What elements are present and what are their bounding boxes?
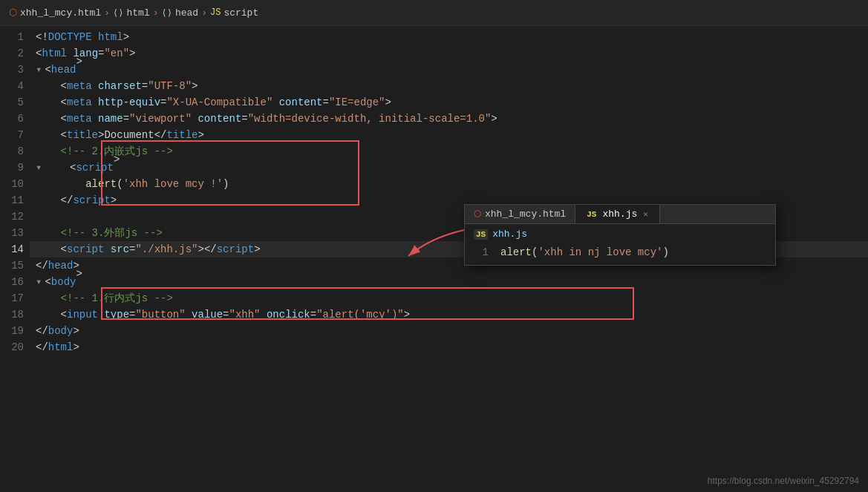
breadcrumb: ⬡ xhh_l_mcy.html › ⟨⟩ html › ⟨⟩ head › J… (0, 0, 868, 26)
breadcrumb-script-tag[interactable]: script (223, 7, 258, 19)
ln-18: 18 (0, 306, 24, 323)
ln-15: 15 (0, 258, 24, 274)
ln-8: 8 (0, 143, 24, 160)
breadcrumb-tag-icon2: ⟨⟩ (162, 7, 172, 19)
popup-file-label: JS xhh.js (465, 227, 775, 243)
popup-tab-js-icon: JS (584, 209, 598, 220)
code-line-19: </body> (30, 323, 868, 339)
ln-11: 11 (0, 192, 24, 209)
ln-16: 16 (0, 274, 24, 290)
breadcrumb-file[interactable]: xhh_l_mcy.html (20, 7, 101, 19)
code-line-17: <!-- 1.行内式js --> (30, 290, 868, 306)
watermark: https://blog.csdn.net/weixin_45292794 (708, 476, 859, 486)
collapse-3[interactable]: ▾ (36, 62, 42, 78)
ln-2: 2 (0, 45, 24, 62)
popup-body: JS xhh.js 1 alert('xhh in nj love mcy') (465, 224, 775, 265)
breadcrumb-tag-icon1: ⟨⟩ (113, 7, 123, 19)
code-line-6: <meta name="viewport" content="width=dev… (30, 111, 868, 127)
breadcrumb-sep1: › (104, 7, 110, 19)
collapse-9[interactable]: ▾ (36, 160, 42, 176)
popup-tab-html-label: xhh_l_mcy.html (485, 209, 566, 220)
ln-14: 14 (0, 241, 24, 258)
ln-10: 10 (0, 176, 24, 192)
ln-20: 20 (0, 339, 24, 355)
ln-4: 4 (0, 78, 24, 94)
code-line-7: <title>Document</title> (30, 127, 868, 143)
ln-3: 3 (0, 62, 24, 78)
popup-tabs: ⬡ xhh_l_mcy.html JS xhh.js ✕ (465, 205, 775, 224)
ln-5: 5 (0, 94, 24, 111)
ln-1: 1 (0, 29, 24, 45)
code-line-5: <meta http-equiv="X-UA-Compatible" conte… (30, 94, 868, 111)
popup-code-line-1: 1 alert('xhh in nj love mcy') (465, 243, 775, 262)
line-numbers: 1 2 3 4 5 6 7 8 9 10 11 12 13 14 15 16 1… (0, 26, 30, 492)
code-line-4: <meta charset="UTF-8"> (30, 78, 868, 94)
breadcrumb-html-tag[interactable]: html (126, 7, 149, 19)
ln-13: 13 (0, 225, 24, 241)
popup-tab-js[interactable]: JS xhh.js ✕ (575, 205, 660, 223)
breadcrumb-html-icon: ⬡ (9, 7, 17, 19)
ln-6: 6 (0, 111, 24, 127)
code-line-16: ▾<body> (30, 274, 868, 290)
breadcrumb-sep3: › (201, 7, 207, 19)
code-line-20: </html> (30, 339, 868, 355)
popup-tab-js-label: xhh.js (602, 209, 637, 220)
ln-7: 7 (0, 127, 24, 143)
popup-tab-close[interactable]: ✕ (641, 209, 650, 219)
code-line-2: <html lang="en"> (30, 45, 868, 62)
popup-panel: ⬡ xhh_l_mcy.html JS xhh.js ✕ JS xhh.js 1… (464, 204, 776, 266)
popup-file-js-icon: JS (474, 229, 488, 240)
ln-19: 19 (0, 323, 24, 339)
code-line-3: ▾<head> (30, 62, 868, 78)
breadcrumb-js-icon: JS (210, 7, 221, 18)
ln-12: 12 (0, 209, 24, 225)
ln-17: 17 (0, 290, 24, 306)
breadcrumb-sep2: › (153, 7, 159, 19)
ln-9: 9 (0, 160, 24, 176)
breadcrumb-head-tag[interactable]: head (175, 7, 198, 19)
code-line-8: <!-- 2.内嵌式js --> (30, 143, 868, 160)
code-line-10: alert('xhh love mcy !') (30, 176, 868, 192)
code-line-9: ▾ <script> (30, 160, 868, 176)
code-line-18: <input type="button" value="xhh" onclick… (30, 306, 868, 323)
code-line-1: <!DOCTYPE html> (30, 29, 868, 45)
collapse-16[interactable]: ▾ (36, 274, 42, 290)
popup-tab-html[interactable]: ⬡ xhh_l_mcy.html (465, 205, 575, 223)
popup-tab-html-icon: ⬡ (474, 209, 481, 220)
